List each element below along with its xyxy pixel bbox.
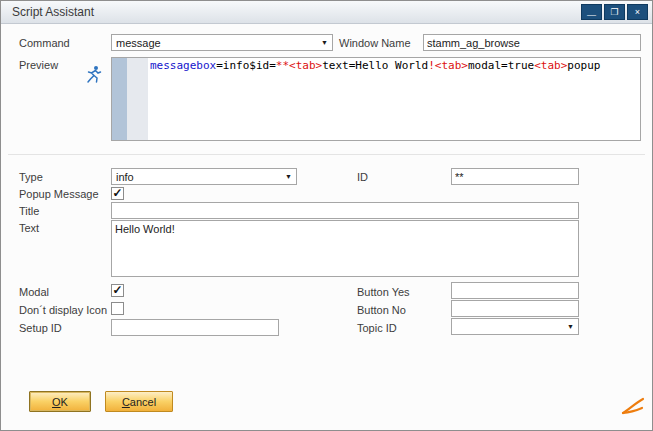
modal-label: Modal xyxy=(19,286,49,298)
maximize-icon: ❐ xyxy=(610,8,618,17)
text-textarea[interactable]: Hello World! xyxy=(111,220,579,277)
dont-display-icon-label: Don´t display Icon xyxy=(19,304,107,316)
ok-button[interactable]: OK xyxy=(29,391,91,412)
close-icon: × xyxy=(635,8,640,17)
preview-label: Preview xyxy=(19,59,58,71)
button-no-label: Button No xyxy=(357,304,406,316)
popup-message-checkbox[interactable] xyxy=(111,187,124,200)
button-no-input[interactable] xyxy=(451,300,579,317)
cancel-button-accel: C xyxy=(122,396,130,408)
title-input[interactable] xyxy=(111,202,579,219)
editor-gutter-selection xyxy=(112,58,127,140)
preview-code: messagebox=info$id=**<tab>text=Hello Wor… xyxy=(150,59,638,73)
script-assistant-window: Script Assistant — ❐ × Command message ▼… xyxy=(0,0,653,431)
ok-button-accel: O xyxy=(52,396,61,408)
setup-id-input[interactable] xyxy=(111,319,279,336)
cancel-button[interactable]: Cancel xyxy=(105,391,173,412)
id-input[interactable] xyxy=(451,168,579,185)
setup-id-label: Setup ID xyxy=(19,322,62,334)
cancel-button-rest: ancel xyxy=(130,396,156,408)
type-label: Type xyxy=(19,171,43,183)
chevron-down-icon: ▼ xyxy=(285,173,292,180)
titlebar[interactable]: Script Assistant — ❐ × xyxy=(1,1,652,24)
ok-button-rest: K xyxy=(61,396,68,408)
section-divider xyxy=(8,154,645,155)
preview-editor[interactable]: messagebox=info$id=**<tab>text=Hello Wor… xyxy=(111,57,641,141)
topic-id-label: Topic ID xyxy=(357,322,397,334)
id-label: ID xyxy=(357,171,368,183)
window-name-input[interactable] xyxy=(423,34,641,51)
chevron-down-icon: ▼ xyxy=(567,323,574,330)
text-label: Text xyxy=(19,222,39,234)
pencil-mark-icon xyxy=(621,397,645,417)
command-label: Command xyxy=(19,37,70,49)
topic-id-combobox[interactable]: ▼ xyxy=(451,318,579,335)
type-value: info xyxy=(116,171,134,183)
popup-message-label: Popup Message xyxy=(19,188,99,200)
maximize-button[interactable]: ❐ xyxy=(604,4,625,20)
window-name-label: Window Name xyxy=(339,37,411,49)
chevron-down-icon: ▼ xyxy=(321,39,328,46)
title-label: Title xyxy=(19,205,39,217)
close-button[interactable]: × xyxy=(627,4,648,20)
running-man-icon xyxy=(85,65,102,86)
button-yes-label: Button Yes xyxy=(357,286,410,298)
editor-gutter-margin xyxy=(127,58,148,140)
window-controls: — ❐ × xyxy=(581,4,648,20)
button-yes-input[interactable] xyxy=(451,282,579,299)
window-title: Script Assistant xyxy=(12,5,94,19)
modal-checkbox[interactable] xyxy=(111,284,124,297)
minimize-icon: — xyxy=(587,11,596,20)
type-combobox[interactable]: info ▼ xyxy=(111,168,297,185)
command-combobox[interactable]: message ▼ xyxy=(111,34,333,51)
dont-display-icon-checkbox[interactable] xyxy=(111,302,124,315)
command-value: message xyxy=(116,37,161,49)
minimize-button[interactable]: — xyxy=(581,4,602,20)
